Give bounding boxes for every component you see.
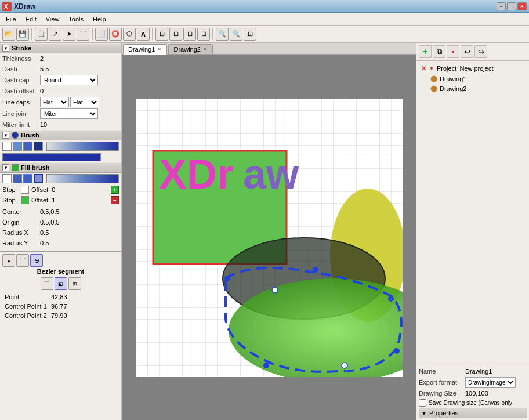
menu-file[interactable]: File bbox=[1, 15, 21, 24]
thickness-row: Thickness 2 bbox=[0, 53, 121, 64]
cp1-value[interactable]: 96,77 bbox=[51, 303, 67, 310]
drawing-canvas[interactable]: XDr aw bbox=[136, 99, 403, 377]
brush-swatch-bluelight[interactable] bbox=[13, 142, 22, 151]
zoom-fit-button[interactable]: ⊡ bbox=[244, 28, 256, 41]
arrow-tool[interactable]: ➤ bbox=[63, 28, 75, 41]
radiusy-value[interactable]: 0.5 bbox=[40, 240, 49, 247]
ellipse-tool[interactable]: ⭕ bbox=[109, 28, 122, 41]
bezier-icon2[interactable]: ⬕ bbox=[55, 277, 67, 290]
pointer-tool[interactable]: ↗ bbox=[49, 28, 61, 41]
grid-h-tool[interactable]: ⊟ bbox=[169, 28, 182, 41]
handle-1[interactable] bbox=[272, 287, 278, 293]
menu-help[interactable]: Help bbox=[88, 15, 111, 24]
brush-selected-color[interactable] bbox=[2, 153, 101, 161]
dashcap-label: Dash cap bbox=[2, 77, 40, 84]
control-pt-1[interactable] bbox=[224, 276, 230, 281]
rp-properties-expander[interactable]: ▼ Properties bbox=[419, 408, 527, 418]
stop-delete-button[interactable]: − bbox=[111, 196, 119, 204]
tab2-close[interactable]: ✕ bbox=[203, 46, 208, 52]
canvas-area[interactable]: XDr aw bbox=[122, 55, 416, 420]
fill-swatch-selected[interactable] bbox=[34, 174, 43, 183]
stop-add-button[interactable]: + bbox=[111, 186, 119, 194]
close-button[interactable]: ✕ bbox=[517, 2, 527, 10]
fill-swatches bbox=[0, 173, 121, 184]
thickness-value[interactable]: 2 bbox=[40, 55, 44, 62]
tree-project[interactable]: ✕ ✦ Project 'New project' bbox=[419, 63, 527, 74]
copy-item-button[interactable]: ⧉ bbox=[433, 45, 445, 58]
anchor-tool[interactable]: ⊕ bbox=[30, 254, 43, 267]
dashoffset-value[interactable]: 0 bbox=[40, 88, 44, 95]
control-pt-4[interactable] bbox=[394, 348, 400, 354]
fill-swatch-white[interactable] bbox=[2, 174, 12, 183]
select-tool[interactable]: ▢ bbox=[35, 28, 48, 41]
bezier-icon3[interactable]: ⊞ bbox=[68, 277, 81, 290]
fill-toggle[interactable]: ▼ bbox=[2, 164, 9, 171]
polygon-tool[interactable]: ⬠ bbox=[123, 28, 136, 41]
stop2-color[interactable] bbox=[21, 196, 29, 204]
brush-toggle[interactable]: ▼ bbox=[2, 132, 9, 139]
tab-drawing2[interactable]: Drawing2 ✕ bbox=[168, 44, 212, 54]
right-properties: Name Drawing1 Export format DrawingImage… bbox=[416, 364, 529, 420]
node-tool[interactable]: ⬥ bbox=[2, 254, 15, 267]
undo-button[interactable]: ↩ bbox=[461, 45, 473, 58]
redo-button[interactable]: ↪ bbox=[474, 45, 487, 58]
grid-tool[interactable]: ⊞ bbox=[155, 28, 168, 41]
text-tool[interactable]: A bbox=[137, 28, 150, 41]
open-button[interactable]: 📂 bbox=[2, 28, 15, 41]
save-button[interactable]: 💾 bbox=[16, 28, 29, 41]
menu-tools[interactable]: Tools bbox=[64, 15, 88, 24]
rp-size-value[interactable]: 100,100 bbox=[465, 390, 488, 397]
bezier-icon1[interactable]: ⌒ bbox=[41, 277, 53, 290]
rp-save-checkbox[interactable] bbox=[419, 399, 426, 407]
miterlimit-value[interactable]: 10 bbox=[40, 121, 47, 128]
stop1-color[interactable] bbox=[21, 186, 29, 194]
stroke-toggle[interactable]: ▼ bbox=[2, 45, 9, 52]
stop2-offset-val[interactable]: 1 bbox=[52, 197, 55, 204]
maximize-button[interactable]: □ bbox=[507, 2, 516, 10]
dash-value[interactable]: 5 5 bbox=[40, 66, 49, 73]
add-item-button[interactable]: + bbox=[419, 45, 432, 58]
brush-swatch-bluedark[interactable] bbox=[34, 142, 43, 151]
zoom-in-button[interactable]: 🔍 bbox=[216, 28, 229, 41]
center-value[interactable]: 0.5,0.5 bbox=[40, 208, 60, 215]
brush-swatch-white[interactable] bbox=[2, 142, 12, 151]
linejoin-select[interactable]: MiterBevelRound bbox=[40, 108, 98, 119]
rp-name-value[interactable]: Drawing1 bbox=[465, 368, 492, 375]
menu-view[interactable]: View bbox=[41, 15, 64, 24]
stop1-offset-val[interactable]: 0 bbox=[52, 186, 55, 193]
control-pt-5[interactable] bbox=[263, 363, 269, 368]
cp2-value[interactable]: 79,90 bbox=[51, 312, 67, 319]
fill-swatch-blue2[interactable] bbox=[23, 174, 32, 183]
linecaps-left-select[interactable]: FlatRoundSquare bbox=[40, 97, 69, 107]
align-tool[interactable]: ⊞ bbox=[197, 28, 210, 41]
linecaps-right-select[interactable]: FlatRoundSquare bbox=[70, 97, 99, 107]
tab-drawing1[interactable]: Drawing1 ✕ bbox=[123, 44, 167, 55]
tree-drawing1[interactable]: ⬤ Drawing1 bbox=[419, 74, 527, 84]
fill-swatch-blue[interactable] bbox=[13, 174, 22, 183]
rect-tool[interactable]: ⬜ bbox=[95, 28, 108, 41]
stroke-section-header[interactable]: ▼ Stroke bbox=[0, 43, 121, 53]
grid-v-tool[interactable]: ⊡ bbox=[183, 28, 196, 41]
path-tool[interactable]: ⌒ bbox=[16, 254, 29, 267]
menu-edit[interactable]: Edit bbox=[21, 15, 41, 24]
brush-section-header[interactable]: ▼ Brush bbox=[0, 130, 121, 140]
brush-title: Brush bbox=[21, 132, 39, 139]
tab1-close[interactable]: ✕ bbox=[157, 46, 162, 52]
control-pt-2[interactable] bbox=[313, 267, 318, 273]
curve-tool[interactable]: ⌒ bbox=[77, 28, 89, 41]
fill-section-header[interactable]: ▼ Fill brush bbox=[0, 162, 121, 173]
zoom-out-button[interactable]: 🔍 bbox=[230, 28, 242, 41]
tree-drawing2[interactable]: ⬤ Drawing2 bbox=[419, 84, 527, 93]
minimize-button[interactable]: − bbox=[497, 2, 506, 10]
rp-export-label: Export format bbox=[419, 379, 465, 386]
dashcap-select[interactable]: Round Flat Square bbox=[40, 75, 98, 85]
origin-value[interactable]: 0.5,0.5 bbox=[40, 219, 60, 226]
fill-gradient-bar[interactable] bbox=[46, 174, 119, 183]
brush-gradient-bar[interactable] bbox=[46, 142, 119, 151]
expand-chevron-icon: ▼ bbox=[421, 410, 427, 417]
rp-export-select[interactable]: DrawingImagePNGSVG bbox=[465, 377, 516, 388]
delete-item-button[interactable]: ▪ bbox=[447, 45, 459, 58]
brush-swatch-bluemid[interactable] bbox=[23, 142, 32, 151]
radiusx-value[interactable]: 0.5 bbox=[40, 229, 49, 236]
point-value[interactable]: 42,83 bbox=[51, 294, 67, 300]
